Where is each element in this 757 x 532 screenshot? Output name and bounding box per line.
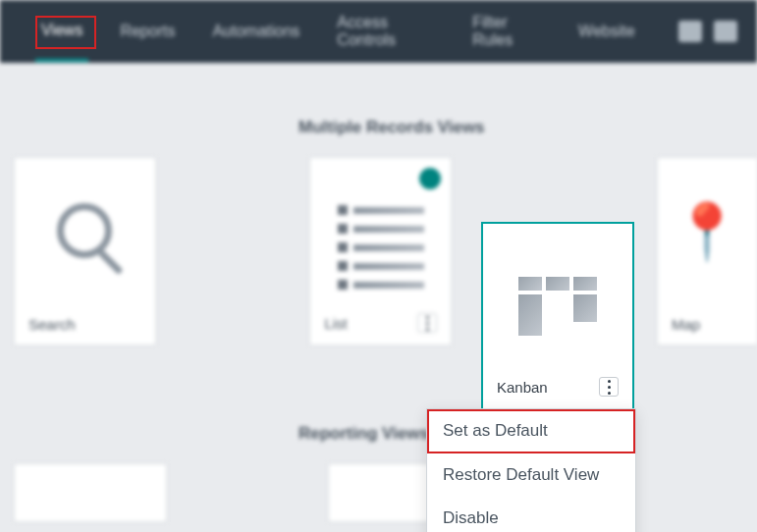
- card-reporting-1[interactable]: [14, 463, 167, 522]
- menu-set-default[interactable]: Set as Default: [427, 409, 635, 453]
- content-area: Multiple Records Views Search List: [0, 63, 757, 532]
- card-kanban-kebab[interactable]: [599, 377, 619, 397]
- topbar-tool-icon-1[interactable]: [678, 21, 702, 42]
- tab-filter-rules[interactable]: Filter Rules: [466, 0, 547, 69]
- default-badge-icon: [419, 168, 441, 189]
- tab-reports[interactable]: Reports: [114, 3, 181, 60]
- tab-access-controls[interactable]: Access Controls: [331, 0, 441, 69]
- highlight-views-tab: [35, 16, 96, 49]
- card-list[interactable]: List: [309, 157, 452, 346]
- card-search[interactable]: Search: [14, 157, 156, 346]
- card-search-label: Search: [28, 316, 76, 333]
- search-icon: [57, 203, 112, 258]
- map-pin-icon: 📍: [673, 199, 741, 264]
- card-list-label: List: [324, 315, 347, 332]
- topbar-tool-icon-2[interactable]: [714, 21, 737, 42]
- menu-restore-default[interactable]: Restore Default View: [427, 453, 635, 497]
- list-icon: [338, 205, 424, 276]
- card-list-kebab[interactable]: [417, 313, 437, 333]
- card-map-label: Map: [672, 316, 700, 333]
- section-title-multiple: Multiple Records Views: [298, 118, 757, 137]
- card-map[interactable]: 📍 Map: [657, 157, 757, 346]
- tab-website[interactable]: Website: [572, 3, 641, 60]
- cards-row-multiple: Search List 📍 Map: [14, 157, 757, 346]
- cards-row-reporting: [14, 463, 757, 522]
- card-kanban[interactable]: Kanban: [481, 222, 634, 410]
- kanban-context-menu: Set as Default Restore Default View Disa…: [426, 408, 636, 532]
- kanban-icon: [518, 277, 597, 336]
- topbar: Views Reports Automations Access Control…: [0, 0, 757, 63]
- menu-disable[interactable]: Disable: [427, 497, 635, 532]
- card-kanban-label: Kanban: [497, 379, 548, 396]
- tab-automations[interactable]: Automations: [206, 3, 305, 60]
